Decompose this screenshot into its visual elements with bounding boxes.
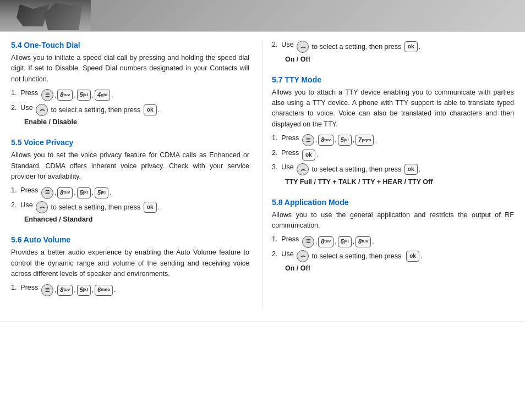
nav-key[interactable]: ⌢ — [297, 250, 309, 262]
nav-key[interactable]: ⌢ — [297, 41, 309, 53]
key-5jkl[interactable]: 5jkl — [77, 187, 91, 198]
step-content: ok . — [299, 149, 318, 162]
step-content: ☰ , 8tuv , 5jkl , 8tuv . — [299, 235, 374, 248]
left-column: 5.4 One-Touch Dial Allows you to initiat… — [11, 41, 262, 308]
step-num: 2. Use — [272, 250, 294, 258]
section-5-4: 5.4 One-Touch Dial Allows you to initiat… — [11, 41, 249, 126]
step-num: 2. Use — [11, 104, 33, 112]
section-5-5: 5.5 Voice Privacy Allows you to set the … — [11, 138, 249, 223]
step-5-8-1: 1. Press ☰ , 8tuv , 5jkl , 8tuv . — [272, 235, 514, 248]
menu-key[interactable]: ☰ — [302, 134, 314, 146]
option-5-8: On / Off — [285, 264, 514, 272]
right-column: 2. Use ⌢ to select a setting, then press… — [262, 41, 514, 308]
ok-key[interactable]: ok — [404, 41, 418, 52]
step-num: 1. Press — [11, 89, 38, 97]
key-6mno[interactable]: 6mno — [95, 285, 113, 296]
key-8tuv[interactable]: 8tuv — [318, 135, 333, 146]
key-8tuv-2[interactable]: 8tuv — [356, 236, 371, 247]
step-num: 1. Press — [11, 284, 38, 291]
step-content: ☰ , 8tuv , 5jkl , 4ghi . — [38, 89, 113, 102]
step-5-5-2: 2. Use ⌢ to select a setting, then press… — [11, 201, 249, 214]
menu-key[interactable]: ☰ — [41, 284, 53, 296]
nav-key[interactable]: ⌢ — [36, 201, 48, 213]
step-5-4-2: 2. Use ⌢ to select a setting, then press… — [11, 104, 249, 117]
section-5-7-body: Allows you to attach a TTY device enabli… — [272, 87, 514, 130]
step-num: 2. Press — [272, 149, 299, 157]
key-8tuv[interactable]: 8tuv — [57, 285, 73, 296]
section-5-4-body: Allows you to initiate a speed dial call… — [11, 53, 249, 85]
ok-key[interactable]: ok — [302, 150, 315, 161]
ok-key[interactable]: ok — [404, 164, 418, 175]
step-5-6-1: 1. Press ☰ , 8tuv , 5jkl , 6mno . — [11, 284, 249, 296]
option-cont: On / Off — [285, 56, 514, 63]
step-content: ⌢ to select a setting, then press ok . — [294, 41, 421, 53]
step-num: 2. Use — [272, 41, 294, 48]
step-content: ⌢ to select a setting, then press ok . — [294, 163, 421, 176]
step-5-7-1: 1. Press ☰ , 8tuv , 5jkl , 7pqrs . — [272, 134, 514, 147]
nav-key[interactable]: ⌢ — [297, 163, 309, 175]
step-num: 2. Use — [11, 201, 33, 209]
section-5-6-body: Provides a better audio experience by en… — [11, 247, 249, 279]
step-num: 1. Press — [272, 134, 299, 142]
main-content: 5.4 One-Touch Dial Allows you to initiat… — [0, 32, 525, 317]
step-5-7-3: 3. Use ⌢ to select a setting, then press… — [272, 163, 514, 176]
section-5-6-title: 5.6 Auto Volume — [11, 235, 249, 244]
menu-key[interactable]: ☰ — [302, 236, 314, 248]
key-4ghi[interactable]: 4ghi — [95, 90, 110, 101]
step-content: ⌢ to select a setting, then press ok . — [33, 201, 160, 214]
key-5jkl[interactable]: 5jkl — [338, 236, 352, 247]
step-5-7-2: 2. Press ok . — [272, 149, 514, 162]
step-content: ☰ , 8tuv , 5jkl , 7pqrs . — [299, 134, 377, 147]
nav-key[interactable]: ⌢ — [36, 104, 48, 116]
section-5-5-title: 5.5 Voice Privacy — [11, 138, 249, 147]
key-5jkl[interactable]: 5jkl — [338, 135, 352, 146]
step-content: ☰ , 8tuv , 5jkl , 5jkl . — [38, 186, 111, 199]
step-num: 3. Use — [272, 163, 294, 171]
section-continuation: 2. Use ⌢ to select a setting, then press… — [272, 41, 514, 63]
key-5jkl[interactable]: 5jkl — [77, 90, 91, 101]
menu-key[interactable]: ☰ — [41, 187, 53, 199]
ok-key[interactable]: ok — [406, 251, 419, 262]
option-5-4: Enable / Disable — [24, 118, 249, 126]
key-8tuv[interactable]: 8tuv — [57, 90, 73, 101]
step-5-5-1: 1. Press ☰ , 8tuv , 5jkl , 5jkl . — [11, 186, 249, 199]
menu-key[interactable]: ☰ — [41, 89, 53, 101]
section-5-8-title: 5.8 Application Mode — [272, 198, 514, 207]
option-5-7: TTY Full / TTY + TALK / TTY + HEAR / TTY… — [285, 178, 514, 186]
step-num: 1. Press — [272, 235, 299, 243]
section-5-7-title: 5.7 TTY Mode — [272, 75, 514, 84]
key-5jkl-2[interactable]: 5jkl — [95, 187, 108, 198]
key-8tuv[interactable]: 8tuv — [57, 187, 73, 198]
bottom-divider — [0, 322, 525, 322]
key-5jkl[interactable]: 5jkl — [77, 285, 91, 296]
section-5-4-title: 5.4 One-Touch Dial — [11, 41, 249, 49]
option-5-5: Enhanced / Standard — [24, 215, 249, 223]
ok-key[interactable]: ok — [144, 202, 157, 213]
step-num: 1. Press — [11, 186, 38, 194]
section-5-7: 5.7 TTY Mode Allows you to attach a TTY … — [272, 75, 514, 186]
section-5-8: 5.8 Application Mode Allows you to use t… — [272, 198, 514, 273]
section-5-5-body: Allows you to set the voice privacy feat… — [11, 150, 249, 182]
step-cont-2: 2. Use ⌢ to select a setting, then press… — [272, 41, 514, 53]
section-5-6: 5.6 Auto Volume Provides a better audio … — [11, 235, 249, 296]
ok-key[interactable]: ok — [144, 104, 157, 115]
header-image-block — [0, 0, 91, 31]
step-content: ☰ , 8tuv , 5jkl , 6mno . — [38, 284, 116, 296]
step-5-8-2: 2. Use ⌢ to select a setting, then press… — [272, 250, 514, 263]
key-8tuv[interactable]: 8tuv — [318, 236, 333, 247]
section-5-8-body: Allows you to use the general applicatio… — [272, 210, 514, 231]
step-content: ⌢ to select a setting, then press ok . — [294, 250, 423, 263]
key-7pqrs[interactable]: 7pqrs — [356, 135, 374, 146]
header-banner — [0, 0, 525, 31]
step-5-4-1: 1. Press ☰ , 8tuv , 5jkl , 4ghi . — [11, 89, 249, 102]
step-content: ⌢ to select a setting, then press ok . — [33, 104, 160, 117]
